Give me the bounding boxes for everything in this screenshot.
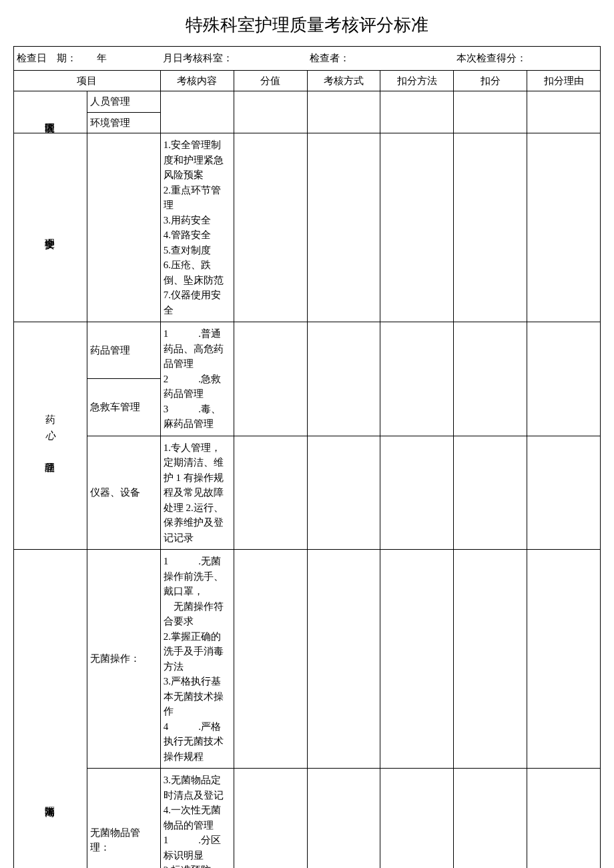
cell: [234, 550, 307, 769]
cell: [527, 322, 601, 436]
safety-row: 护理安全 1.安全管理制度和护理紧急风险预案 2.重点环节管理 3.用药安全 4…: [14, 133, 601, 322]
cell: [454, 550, 527, 769]
cell: [307, 769, 380, 869]
cell: [234, 322, 307, 436]
cell: [307, 550, 380, 769]
info-row: 检查日 期： 年 月日考核科室： 检查者： 本次检查得分：: [14, 47, 601, 71]
drug-sub1: 药品管理: [87, 322, 160, 379]
cell: [380, 550, 454, 769]
cell: [380, 322, 454, 436]
col-score: 分值: [234, 70, 307, 91]
cell: [527, 133, 601, 322]
cell: [307, 91, 380, 133]
disinfect-sub2: 无菌物品管理：: [87, 769, 160, 869]
safety-label: 护理安全: [14, 133, 87, 322]
cell: [454, 91, 527, 133]
cell: [454, 769, 527, 869]
safety-sub: [87, 133, 160, 322]
checker-label: 检查者：: [307, 47, 454, 71]
drug-sub3-content: 1.专人管理，定期清洁、维护 1 有操作规程及常见故障处理 2.运行、保养维护及…: [160, 436, 234, 550]
cell: [307, 133, 380, 322]
col-mode: 考核方式: [307, 70, 380, 91]
cell: [234, 133, 307, 322]
col-content: 考核内容: [160, 70, 234, 91]
cell: [454, 322, 527, 436]
disinfect-sub1-content: 1 .无菌操作前洗手、戴口罩， 无菌操作符合要求 2.掌握正确的洗手及手消毒方法…: [160, 550, 234, 769]
cell: [527, 436, 601, 550]
ward-sub2: 环境管理: [87, 112, 160, 133]
drug-sub3: 仪器、设备: [87, 436, 160, 550]
col-dscore: 扣分: [454, 70, 527, 91]
score-label: 本次检查得分：: [454, 47, 601, 71]
cell: [380, 91, 454, 133]
cell: [380, 769, 454, 869]
disinfect-row1: 消毒隔离 无菌操作： 1 .无菌操作前洗手、戴口罩， 无菌操作符合要求 2.掌握…: [14, 550, 601, 769]
drug-sub2: 急救车管理: [87, 379, 160, 436]
col-dmethod: 扣分方法: [380, 70, 454, 91]
cell: [527, 91, 601, 133]
cell: [307, 322, 380, 436]
col-dreason: 扣分理由: [527, 70, 601, 91]
dept-label: 月日考核科室：: [160, 47, 307, 71]
cell: [307, 436, 380, 550]
disinfect-sub2-content: 3.无菌物品定时清点及登记 4.一次性无菌物品的管理 1 .分区标识明显 2.标…: [160, 769, 234, 869]
drug-sub1-content: 1 .普通药品、高危药品管理 2 .急救药品管理 3 .毒、麻药品管理: [160, 322, 234, 436]
drug-row1: 药 心 品管理 药品管理 1 .普通药品、高危药品管理 2 .急救药品管理 3 …: [14, 322, 601, 379]
disinfect-row2: 无菌物品管理： 3.无菌物品定时清点及登记 4.一次性无菌物品的管理 1 .分区…: [14, 769, 601, 869]
ward-sub1: 人员管理: [87, 91, 160, 113]
disinfect-sub1: 无菌操作：: [87, 550, 160, 769]
ward-content: [160, 91, 234, 133]
col-project: 项目: [14, 70, 161, 91]
safety-content: 1.安全管理制度和护理紧急风险预案 2.重点环节管理 3.用药安全 4.管路安全…: [160, 133, 234, 322]
cell: [380, 436, 454, 550]
disinfect-label: 消毒隔离: [14, 550, 87, 869]
column-headers: 项目 考核内容 分值 考核方式 扣分方法 扣分 扣分理由: [14, 70, 601, 91]
cell: [454, 436, 527, 550]
ward-label: 病区管理: [14, 91, 87, 133]
ward-row1: 病区管理 人员管理: [14, 91, 601, 113]
cell: [234, 436, 307, 550]
date-label: 检查日 期： 年: [14, 47, 161, 71]
cell: [527, 550, 601, 769]
page-title: 特殊科室护理质量考核评分标准: [13, 13, 601, 37]
cell: [454, 133, 527, 322]
cell: [380, 133, 454, 322]
cell: [234, 91, 307, 133]
evaluation-table: 检查日 期： 年 月日考核科室： 检查者： 本次检查得分： 项目 考核内容 分值…: [13, 46, 601, 868]
cell: [527, 769, 601, 869]
drug-label: 药 心 品管理: [14, 322, 87, 550]
cell: [234, 769, 307, 869]
drug-row3: 仪器、设备 1.专人管理，定期清洁、维护 1 有操作规程及常见故障处理 2.运行…: [14, 436, 601, 550]
